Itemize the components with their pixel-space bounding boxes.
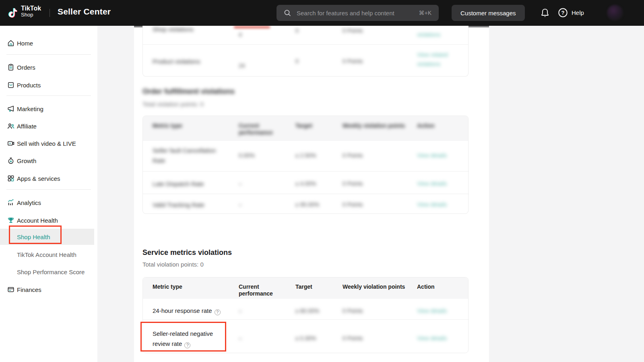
header-divider xyxy=(50,9,50,17)
sidebar-item-finances[interactable]: Finances xyxy=(0,281,97,298)
table-cell-metric: Valid Tracking Rate xyxy=(153,201,204,208)
fulfillment-violations-table: Metric type Current performance Target W… xyxy=(142,116,469,214)
account-avatar[interactable] xyxy=(607,5,623,21)
sidebar-item-products[interactable]: Products xyxy=(0,77,97,93)
sidebar-item-label: TikTok Account Health xyxy=(17,251,76,258)
table-cell-points: 0 Points xyxy=(343,335,363,341)
sidebar-item-label: Home xyxy=(17,40,33,47)
table-cell-current: – xyxy=(239,201,242,208)
table-cell-current: – xyxy=(239,180,242,187)
section-title-service-metrics: Service metrics violations xyxy=(142,248,232,257)
view-details-link[interactable]: View details xyxy=(417,308,447,314)
top-header: TikTok Shop Seller Center ⌘+K Customer m… xyxy=(0,0,644,26)
header-current-performance: Current performance xyxy=(239,283,283,297)
header-line2: performance xyxy=(239,290,283,297)
sidebar-item-label: Sell with video & LIVE xyxy=(17,140,76,147)
help-menu[interactable]: ? Help xyxy=(558,8,584,18)
help-icon: ? xyxy=(558,8,568,18)
search-input[interactable] xyxy=(296,9,419,17)
tiktok-logo-icon xyxy=(7,6,19,20)
notifications-bell-icon[interactable] xyxy=(540,8,550,18)
table-cell-target: ≥ 95.00% xyxy=(295,201,319,208)
brand-line2: Shop xyxy=(21,12,41,18)
annotation-box-shop-health xyxy=(9,225,62,244)
question-mark-icon[interactable]: ? xyxy=(215,309,221,315)
sidebar-item-marketing[interactable]: Marketing xyxy=(0,101,97,117)
red-flag-underline xyxy=(234,26,270,28)
table-cell-points: 0 Points xyxy=(343,58,363,64)
sidebar-nav: Home Orders Products Marketing Affiliate… xyxy=(0,26,97,362)
growth-stopwatch-icon xyxy=(7,157,15,165)
table-cell-points: 0 Points xyxy=(343,152,363,159)
home-icon xyxy=(7,39,15,47)
header-current-performance: Current performance xyxy=(239,122,273,136)
sidebar-item-label: Finances xyxy=(17,286,41,293)
marketing-megaphone-icon xyxy=(7,105,15,113)
app-window: TikTok Shop Seller Center ⌘+K Customer m… xyxy=(0,0,644,362)
table-cell-current: 4 xyxy=(239,31,242,38)
view-related-violations-link[interactable]: View related violations xyxy=(417,52,448,67)
view-violations-link[interactable]: violations xyxy=(417,31,440,38)
sidebar-item-label: Apps & services xyxy=(17,175,60,182)
orders-icon xyxy=(7,63,15,71)
sidebar-item-orders[interactable]: Orders xyxy=(0,59,97,75)
table-cell-metric: Shop violations xyxy=(153,26,194,33)
table-cell-current: 0.00% xyxy=(239,152,255,159)
video-live-icon xyxy=(7,139,15,147)
table-cell-metric: 24-hour response rate? xyxy=(153,307,221,315)
header-metric-type: Metric type xyxy=(153,283,182,290)
finances-card-icon xyxy=(7,285,15,294)
sidebar-item-label: Affiliate xyxy=(17,123,37,130)
row-separator xyxy=(143,171,469,172)
sidebar-item-label: Orders xyxy=(17,64,35,71)
section-title-fulfillment: Order fulfillment violations xyxy=(142,87,235,96)
sidebar-item-label: Account Health xyxy=(17,217,58,224)
sidebar-item-label: Analytics xyxy=(17,199,41,206)
header-weekly-violation-points: Weekly violation points xyxy=(343,122,405,129)
sidebar-item-affiliate[interactable]: Affiliate xyxy=(0,118,97,134)
table-cell-points: 0 Points xyxy=(343,27,363,34)
search-shortcut: ⌘+K xyxy=(419,10,431,16)
search-icon xyxy=(284,9,291,17)
metric-line2: Rate xyxy=(153,157,216,164)
sidebar-item-home[interactable]: Home xyxy=(0,35,97,51)
sidebar-item-sell-with-video-live[interactable]: Sell with video & LIVE xyxy=(0,135,97,151)
row-separator xyxy=(143,194,469,194)
sidebar-divider xyxy=(6,189,91,190)
row-separator xyxy=(143,44,469,45)
sidebar-item-apps-services[interactable]: Apps & services xyxy=(0,170,97,186)
view-details-link[interactable]: View details xyxy=(417,180,447,187)
view-details-link[interactable]: View details xyxy=(417,201,447,208)
header-metric-type: Metric type xyxy=(153,122,182,129)
products-icon xyxy=(7,81,15,89)
sidebar-divider xyxy=(6,54,91,55)
table-cell-target: ≤ 4.00% xyxy=(295,180,316,187)
section-subtitle-fulfillment: Total violation points: 0 xyxy=(142,101,204,108)
section-subtitle-service-metrics: Total violation points: 0 xyxy=(142,261,204,268)
table-cell-points: 0 Points xyxy=(343,308,363,314)
table-cell-metric: Product violations xyxy=(153,58,200,65)
metric-line1: Seller fault Cancellation xyxy=(153,147,216,154)
header-line1: Current xyxy=(239,122,273,129)
header-weekly-violation-points: Weekly violation points xyxy=(343,283,405,290)
global-search[interactable]: ⌘+K xyxy=(277,5,439,21)
table-cell-metric: Late Dispatch Rate xyxy=(153,180,204,187)
brand-line1: TikTok xyxy=(21,5,41,12)
table-cell-target: 0 xyxy=(295,27,299,34)
row-separator xyxy=(143,319,469,320)
view-details-link[interactable]: View details xyxy=(417,335,447,341)
sidebar-item-shop-performance-score[interactable]: Shop Performance Score xyxy=(0,264,97,280)
sidebar-item-growth[interactable]: Growth xyxy=(0,153,97,169)
view-details-link[interactable]: View details xyxy=(417,152,447,159)
analytics-chart-icon xyxy=(7,199,15,207)
customer-messages-button[interactable]: Customer messages xyxy=(452,5,525,21)
brand-wordmark[interactable]: TikTok Shop xyxy=(21,5,41,18)
sidebar-divider xyxy=(6,95,91,96)
link-line2: violations xyxy=(417,61,448,67)
sidebar-item-analytics[interactable]: Analytics xyxy=(0,194,97,211)
table-cell-metric: Seller fault Cancellation Rate xyxy=(153,147,216,164)
table-cell-points: 0 Points xyxy=(343,180,363,187)
affiliate-people-icon xyxy=(7,122,15,130)
sidebar-item-tiktok-account-health[interactable]: TikTok Account Health xyxy=(0,246,97,263)
sidebar-item-label: Shop Performance Score xyxy=(17,269,85,275)
